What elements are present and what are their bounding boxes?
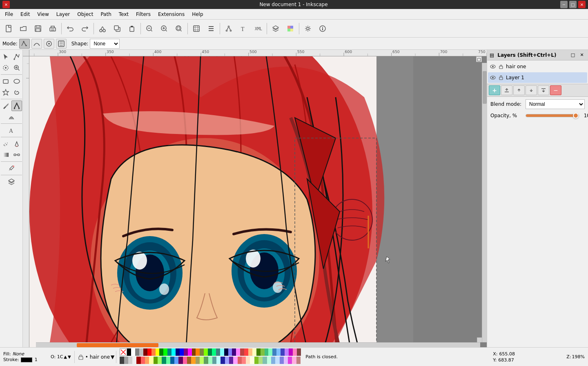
palette-swatch-r2-30[interactable] xyxy=(246,357,250,364)
layers-panel-close[interactable]: ✕ xyxy=(578,51,586,59)
palette-swatch-r2-39[interactable] xyxy=(284,357,288,364)
transform-button[interactable] xyxy=(189,22,203,36)
layer-dropdown-icon[interactable]: ▼ xyxy=(111,354,114,360)
palette-swatch-6[interactable] xyxy=(151,348,156,356)
palette-swatch-r2-4[interactable] xyxy=(136,357,140,364)
palette-swatch-32[interactable] xyxy=(256,348,261,356)
menu-text[interactable]: Text xyxy=(116,11,132,18)
calligraphy-tool-button[interactable] xyxy=(6,112,17,122)
select-tool-button[interactable] xyxy=(0,51,11,62)
layers-button[interactable] xyxy=(269,22,283,36)
canvas-area[interactable]: 300 350 400 450 500 550 xyxy=(23,50,487,347)
swatches-button[interactable] xyxy=(283,22,297,36)
zoom-fit-button[interactable] xyxy=(172,22,186,36)
palette-swatch-39[interactable] xyxy=(285,348,289,356)
maximize-button[interactable]: □ xyxy=(569,1,577,8)
canvas-viewport[interactable]: □ xyxy=(29,56,487,347)
zoom-out-button[interactable] xyxy=(143,22,156,36)
print-button[interactable] xyxy=(46,22,60,36)
palette-swatch-41[interactable] xyxy=(293,348,297,356)
palette-swatch-23[interactable] xyxy=(220,348,224,356)
palette-swatch-r2-41[interactable] xyxy=(292,357,296,364)
palette-swatch-r2-35[interactable] xyxy=(267,357,271,364)
palette-swatch-38[interactable] xyxy=(281,348,285,356)
xml-editor-button[interactable]: XML xyxy=(251,22,265,36)
layer-visibility-toggle-hair[interactable] xyxy=(490,63,496,70)
align-button[interactable] xyxy=(204,22,218,36)
palette-swatch-15[interactable] xyxy=(188,348,192,356)
menu-path[interactable]: Path xyxy=(97,11,114,18)
copy-button[interactable] xyxy=(110,22,124,36)
palette-swatch-8[interactable] xyxy=(159,348,163,356)
palette-swatch-4[interactable] xyxy=(143,348,147,356)
preferences-button[interactable] xyxy=(301,22,315,36)
palette-swatch-r2-29[interactable] xyxy=(242,357,246,364)
palette-swatch-42[interactable] xyxy=(297,348,301,356)
palette-swatch-r2-12[interactable] xyxy=(170,357,174,364)
layer-visibility-toggle-layer1[interactable] xyxy=(490,74,496,81)
palette-swatch-r2-40[interactable] xyxy=(288,357,292,364)
save-button[interactable] xyxy=(31,22,45,36)
palette-swatch-r2-18[interactable] xyxy=(196,357,200,364)
bezier-mode-button[interactable] xyxy=(19,39,30,49)
palette-swatch-r2-2[interactable] xyxy=(128,357,132,364)
close-button2[interactable]: ✕ xyxy=(578,1,586,8)
palette-swatch-r2-33[interactable] xyxy=(258,357,263,364)
page-size-button[interactable]: □ xyxy=(476,56,482,62)
palette-swatch-37[interactable] xyxy=(276,348,281,356)
palette-swatch-33[interactable] xyxy=(261,348,265,356)
palette-swatch-r2-26[interactable] xyxy=(229,357,233,364)
palette-swatch-r2-3[interactable] xyxy=(132,357,136,364)
layer-lower-button[interactable] xyxy=(526,85,537,95)
stroke-color-swatch[interactable] xyxy=(21,357,32,362)
palette-swatch-18[interactable] xyxy=(200,348,204,356)
palette-swatch-5[interactable] xyxy=(147,348,151,356)
palette-swatch-27[interactable] xyxy=(236,348,240,356)
open-button[interactable] xyxy=(16,22,30,36)
tweak-tool-button[interactable] xyxy=(0,62,11,73)
document-properties-button[interactable] xyxy=(316,22,330,36)
palette-swatch-34[interactable] xyxy=(265,348,269,356)
palette-swatch-r2-1[interactable] xyxy=(124,357,128,364)
opacity-stepper-down[interactable]: ▼ xyxy=(68,355,71,359)
palette-swatch-r2-38[interactable] xyxy=(280,357,284,364)
palette-swatch-r2-37[interactable] xyxy=(275,357,279,364)
vertical-scrollbar[interactable] xyxy=(482,63,487,342)
palette-swatch-r2-19[interactable] xyxy=(200,357,204,364)
palette-swatch-9[interactable] xyxy=(163,348,167,356)
palette-swatch-10[interactable] xyxy=(167,348,172,356)
palette-swatch-30[interactable] xyxy=(248,348,252,356)
redo-button[interactable] xyxy=(78,22,92,36)
blend-mode-select[interactable]: Normal Multiply Screen Overlay Darken Li… xyxy=(526,99,585,109)
spiro-mode-button[interactable] xyxy=(31,39,42,49)
palette-swatch-r2-0[interactable] xyxy=(120,357,124,364)
text-tool-button[interactable]: T xyxy=(236,22,250,36)
menu-view[interactable]: View xyxy=(34,11,52,18)
palette-swatch-r2-20[interactable] xyxy=(204,357,208,364)
palette-swatch-r2-5[interactable] xyxy=(141,357,145,364)
menu-edit[interactable]: Edit xyxy=(17,11,33,18)
palette-swatch-r2-34[interactable] xyxy=(263,357,267,364)
palette-swatch-35[interactable] xyxy=(268,348,272,356)
palette-swatch-40[interactable] xyxy=(289,348,293,356)
palette-swatch-11[interactable] xyxy=(172,348,176,356)
layers-panel-expand[interactable]: □ xyxy=(569,51,577,59)
palette-swatch-29[interactable] xyxy=(244,348,248,356)
palette-swatch-r2-6[interactable] xyxy=(145,357,149,364)
delete-layer-button[interactable]: − xyxy=(550,85,561,95)
palette-swatch-2[interactable] xyxy=(135,348,139,356)
circle-tool-button[interactable] xyxy=(11,76,22,87)
node-tool-button[interactable] xyxy=(11,51,22,62)
palette-swatch-r2-14[interactable] xyxy=(178,357,183,364)
menu-help[interactable]: Help xyxy=(189,11,206,18)
menu-layer[interactable]: Layer xyxy=(53,11,73,18)
palette-swatch-19[interactable] xyxy=(204,348,208,356)
spiral-tool-button[interactable] xyxy=(11,87,22,98)
menu-object[interactable]: Object xyxy=(74,11,96,18)
menu-file[interactable]: File xyxy=(2,11,16,18)
palette-swatch-r2-15[interactable] xyxy=(183,357,187,364)
palette-swatch-r2-31[interactable] xyxy=(250,357,254,364)
opacity-stepper-up[interactable]: ▲ xyxy=(64,355,67,359)
palette-swatch-26[interactable] xyxy=(232,348,236,356)
fill-tool-button[interactable] xyxy=(11,138,22,149)
